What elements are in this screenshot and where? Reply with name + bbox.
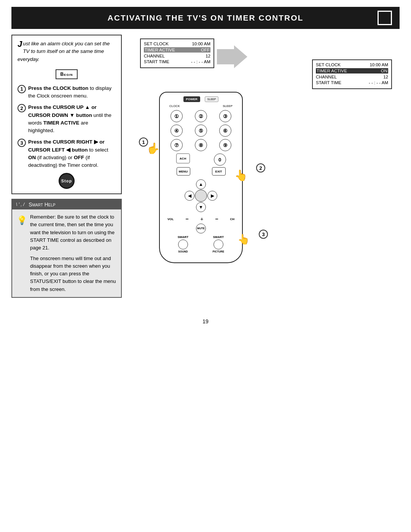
smart-sound-button[interactable] [178,240,188,249]
step-3-text: Press the CURSOR RIGHT ▶ or CURSOR LEFT … [28,138,116,169]
vol-label: VOL [167,217,174,221]
bulb-icon: 💡 [17,214,27,227]
remote-numpad: ① ② ③ ④ ⑤ ⑥ ⑦ ⑧ ⑨ [166,110,236,151]
right-panel: SET CLOCK 10:00 AM TIMER ACTIVE OFF CHAN… [129,35,400,301]
cursor-left-button[interactable]: ◀ [185,191,194,201]
cursor-right-button[interactable]: ▶ [207,191,217,201]
remote-nav-area: ▲ ▼ ◀ ▶ [184,179,218,213]
smart-picture-button[interactable] [213,240,223,249]
acn-button[interactable]: ACH [176,153,190,163]
power-button[interactable]: POWER [183,96,200,102]
header-bar: Activating the TV's On Timer Control [11,7,400,29]
screen-after-row2-highlight: TIMER ACTIVE ON [316,68,388,73]
smart-label2: SMART [213,235,224,239]
step-3: 3 Press the CURSOR RIGHT ▶ or CURSOR LEF… [18,138,116,169]
step-2-number: 2 [18,104,26,112]
page-title: Activating the TV's On Timer Control [33,13,378,22]
page-number: 19 [0,318,411,324]
header-corner-box [378,11,392,25]
remote-top-buttons: POWER SLEEP [166,96,236,102]
smart-help-text: Remember: Be sure to set the clock to th… [30,213,116,293]
num-btn-6[interactable]: ⑥ [219,125,231,137]
num-btn-3[interactable]: ③ [219,110,231,122]
drop-cap: J [18,40,22,48]
menu-button[interactable]: MENU [177,167,190,176]
acn-row: ACH 0 [166,153,236,166]
num-btn-1[interactable]: ① [170,110,183,122]
screen-before: SET CLOCK 10:00 AM TIMER ACTIVE OFF CHAN… [140,38,214,68]
screen-after-row3: CHANNEL 12 [316,75,388,79]
sleep-label2: SLEEP [223,104,233,108]
clock-label: CLOCK [169,104,180,108]
num-btn-8[interactable]: ⑧ [195,139,207,151]
begin-center: Begin [18,67,116,81]
cursor-up-button[interactable]: ▲ [196,179,206,189]
screen-after-row4: START TIME - - : - - AM [316,80,388,85]
nav-center [195,190,207,202]
smart-help-box: \ ' , / Smart Help 💡 Remember: Be sure t… [11,199,122,297]
step-3-number: 3 [18,139,26,147]
screen-before-row2-highlight: TIMER ACTIVE OFF [144,47,210,53]
step-2-text: Press the CURSOR UP ▲ or CURSOR DOWN ▼ b… [28,104,116,134]
smart-help-header: \ ' , / Smart Help [12,200,121,209]
step-1: 1 Press the CLOCK button to display the … [18,85,116,100]
smart-label1: SMART [178,235,188,239]
menu-exit-row: MENU EXIT [166,167,236,176]
svg-marker-0 [217,45,247,68]
num-btn-2[interactable]: ② [195,110,207,122]
ch-label: CH [230,217,234,221]
left-panel: Just like an alarm clock you can set the… [11,35,122,301]
remote-clock-sleep-labels: CLOCK SLEEP [166,104,236,108]
num-btn-0[interactable]: 0 [214,153,226,166]
num-btn-5[interactable]: ⑤ [195,125,207,137]
intro-text: Just like an alarm clock you can set the… [18,40,116,63]
transition-arrow [217,45,247,93]
screen-before-row4: START TIME - - : - - AM [144,59,210,64]
num-btn-7[interactable]: ⑦ [170,139,183,151]
nav-area-wrapper: 👆 2 MENU EXIT ▲ ▼ ◀ ▶ [166,167,236,213]
instructions-box: Just like an alarm clock you can set the… [11,35,122,194]
stop-circle: Stop [59,173,75,189]
step1-pointer: 👆 [147,142,160,155]
smart-help-title: Smart Help [29,201,55,208]
ch-minus[interactable]: − [215,216,218,222]
vol-minus[interactable]: − [185,216,188,222]
step-2: 2 Press the CURSOR UP ▲ or CURSOR DOWN ▼… [18,104,116,134]
step3-pointer: 👆 [237,233,250,245]
smart-picture-label: PICTURE [213,250,225,253]
smart-help-bulb-row: 💡 Remember: Be sure to set the clock to … [17,213,116,293]
screen-before-row1: SET CLOCK 10:00 AM [144,42,210,46]
plus-spacer: + [200,216,203,222]
mute-button[interactable]: MUTE [196,224,206,233]
exit-button[interactable]: EXIT [212,167,226,176]
smart-buttons-row: SMART SOUND SMART PICTURE [166,235,236,253]
stop-badge: Stop [18,173,116,189]
screen-after: SET CLOCK 10:00 AM TIMER ACTIVE ON CHANN… [312,59,392,89]
mute-area: MUTE [166,224,236,233]
smart-help-decoration: \ ' , / [16,202,24,207]
begin-badge: Begin [56,69,77,79]
cursor-down-button[interactable]: ▼ [196,202,206,212]
num-btn-4[interactable]: ④ [170,125,183,137]
step2-pointer: 👆 [234,169,248,182]
vol-ch-row: VOL − + − CH [166,216,236,222]
smart-sound-label: SOUND [178,250,188,253]
remote-control: POWER SLEEP CLOCK SLEEP ① ② ③ ④ ⑤ ⑥ ⑦ [159,92,243,263]
screen-after-row1: SET CLOCK 10:00 AM [316,62,388,67]
screen-before-row3: CHANNEL 12 [144,54,210,58]
smart-help-content: 💡 Remember: Be sure to set the clock to … [12,209,121,297]
num-btn-9[interactable]: ⑨ [219,139,231,151]
main-content: Just like an alarm clock you can set the… [11,29,400,307]
smart-picture-item: SMART PICTURE [213,235,225,253]
sleep-button[interactable]: SLEEP [205,96,219,102]
remote-body: POWER SLEEP CLOCK SLEEP ① ② ③ ④ ⑤ ⑥ ⑦ [159,92,243,263]
step-1-text: Press the CLOCK button to display the Cl… [28,85,116,100]
smart-sound-item: SMART SOUND [178,235,188,253]
step-1-number: 1 [18,85,26,93]
